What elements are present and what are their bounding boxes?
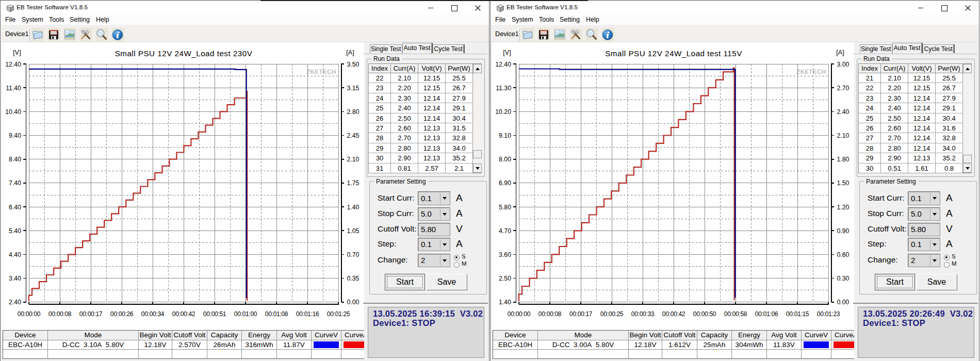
svg-text:00:01:00: 00:01:00 bbox=[234, 310, 257, 318]
svg-text:1.40: 1.40 bbox=[347, 204, 360, 211]
svg-text:2.10: 2.10 bbox=[837, 132, 850, 139]
svg-text:3.60: 3.60 bbox=[499, 251, 511, 258]
svg-text:[V]: [V] bbox=[13, 49, 21, 56]
svg-text:6.40: 6.40 bbox=[9, 204, 21, 211]
svg-text:11.40: 11.40 bbox=[6, 85, 21, 92]
svg-text:ZKETECH: ZKETECH bbox=[306, 69, 336, 75]
svg-text:0.60: 0.60 bbox=[837, 251, 850, 258]
svg-text:Small PSU 12V 24W_Load test 23: Small PSU 12V 24W_Load test 230V bbox=[115, 49, 253, 58]
svg-text:00:00:25: 00:00:25 bbox=[600, 310, 624, 318]
svg-text:00:00:42: 00:00:42 bbox=[662, 310, 685, 318]
svg-text:0.70: 0.70 bbox=[347, 251, 360, 258]
svg-text:00:00:26: 00:00:26 bbox=[110, 310, 134, 318]
svg-text:9.40: 9.40 bbox=[9, 132, 21, 139]
svg-text:3.50: 3.50 bbox=[347, 61, 360, 68]
svg-text:4.40: 4.40 bbox=[9, 251, 21, 258]
svg-text:2.40: 2.40 bbox=[9, 299, 21, 306]
svg-text:3.15: 3.15 bbox=[347, 85, 360, 92]
svg-text:00:01:15: 00:01:15 bbox=[786, 310, 809, 318]
svg-text:4.70: 4.70 bbox=[499, 227, 511, 235]
svg-text:10.40: 10.40 bbox=[5, 108, 21, 116]
svg-text:5.40: 5.40 bbox=[9, 227, 21, 235]
svg-text:00:00:34: 00:00:34 bbox=[141, 310, 165, 318]
svg-text:00:01:08: 00:01:08 bbox=[265, 310, 288, 318]
svg-text:2.80: 2.80 bbox=[347, 108, 360, 116]
svg-text:1.50: 1.50 bbox=[837, 179, 850, 187]
svg-text:00:00:58: 00:00:58 bbox=[724, 310, 747, 318]
svg-text:6.90: 6.90 bbox=[499, 179, 511, 187]
svg-text:3.00: 3.00 bbox=[837, 61, 850, 68]
svg-text:00:00:50: 00:00:50 bbox=[693, 310, 716, 318]
svg-text:5.80: 5.80 bbox=[499, 204, 511, 211]
svg-text:8.40: 8.40 bbox=[9, 156, 21, 163]
svg-text:ZKETECH: ZKETECH bbox=[796, 69, 826, 75]
svg-text:1.40: 1.40 bbox=[499, 299, 511, 306]
svg-text:Small PSU 12V 24W_Load test 11: Small PSU 12V 24W_Load test 115V bbox=[605, 49, 742, 58]
svg-text:[A]: [A] bbox=[836, 49, 844, 56]
svg-text:1.20: 1.20 bbox=[837, 204, 850, 211]
svg-text:12.40: 12.40 bbox=[495, 61, 511, 68]
svg-text:0.00: 0.00 bbox=[837, 299, 850, 306]
svg-text:0.35: 0.35 bbox=[347, 275, 360, 282]
svg-text:10.20: 10.20 bbox=[495, 108, 511, 116]
svg-text:00:00:42: 00:00:42 bbox=[172, 310, 195, 318]
svg-text:00:00:00: 00:00:00 bbox=[508, 310, 531, 318]
svg-text:00:00:33: 00:00:33 bbox=[631, 310, 655, 318]
svg-text:00:01:06: 00:01:06 bbox=[755, 310, 778, 318]
svg-text:00:01:16: 00:01:16 bbox=[296, 310, 319, 318]
svg-text:12.40: 12.40 bbox=[5, 61, 21, 68]
svg-text:00:00:17: 00:00:17 bbox=[569, 310, 593, 318]
svg-text:00:00:00: 00:00:00 bbox=[18, 310, 41, 318]
svg-text:2.10: 2.10 bbox=[347, 156, 360, 163]
svg-text:2.45: 2.45 bbox=[347, 132, 360, 139]
svg-text:00:00:08: 00:00:08 bbox=[538, 310, 562, 318]
svg-text:1.80: 1.80 bbox=[837, 156, 850, 163]
svg-text:8.00: 8.00 bbox=[499, 156, 511, 163]
svg-text:3.40: 3.40 bbox=[9, 275, 21, 282]
svg-text:00:00:17: 00:00:17 bbox=[79, 310, 103, 318]
svg-text:00:01:25: 00:01:25 bbox=[327, 310, 350, 318]
svg-text:0.90: 0.90 bbox=[837, 227, 850, 235]
svg-text:1.75: 1.75 bbox=[347, 179, 360, 187]
svg-text:00:01:23: 00:01:23 bbox=[817, 310, 840, 318]
svg-text:[V]: [V] bbox=[503, 49, 511, 56]
svg-text:9.10: 9.10 bbox=[499, 132, 511, 139]
svg-text:0.30: 0.30 bbox=[837, 275, 850, 282]
svg-text:0.00: 0.00 bbox=[347, 299, 360, 306]
svg-text:00:00:51: 00:00:51 bbox=[203, 310, 226, 318]
svg-text:2.40: 2.40 bbox=[837, 108, 850, 116]
svg-text:[A]: [A] bbox=[346, 49, 354, 56]
svg-text:2.50: 2.50 bbox=[499, 275, 511, 282]
svg-text:7.40: 7.40 bbox=[9, 179, 21, 187]
svg-text:11.30: 11.30 bbox=[496, 85, 511, 92]
svg-text:2.70: 2.70 bbox=[837, 85, 850, 92]
svg-text:1.05: 1.05 bbox=[347, 227, 360, 235]
svg-text:00:00:08: 00:00:08 bbox=[48, 310, 72, 318]
